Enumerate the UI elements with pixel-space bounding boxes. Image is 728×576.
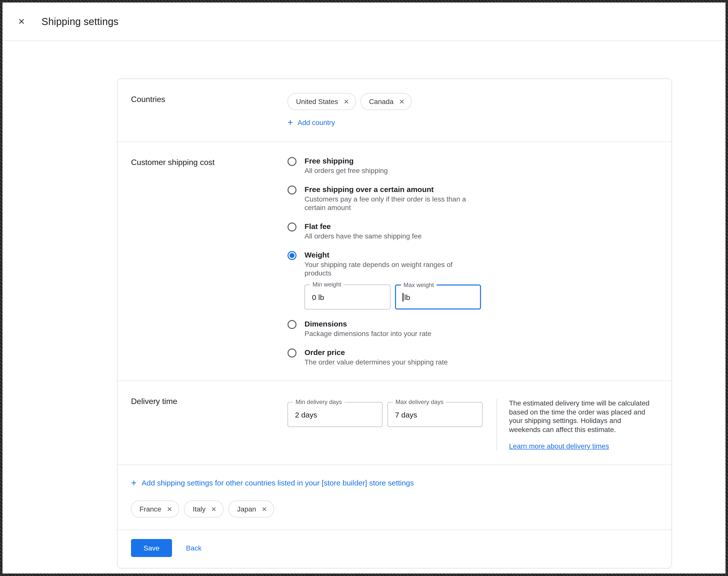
country-chip-italy: Italy ✕ xyxy=(184,500,224,518)
shipping-settings-dialog: ✕ Shipping settings Countries United Sta… xyxy=(2,2,726,574)
back-button[interactable]: Back xyxy=(186,544,202,552)
country-chip-canada: Canada ✕ xyxy=(360,93,411,110)
country-chip-row: United States ✕ Canada ✕ xyxy=(288,93,411,110)
option-text: Free shipping All orders get free shippi… xyxy=(304,156,388,175)
delivery-time-label: Delivery time xyxy=(131,395,288,451)
countries-content: United States ✕ Canada ✕ + Add country xyxy=(288,93,411,127)
max-delivery-days-input[interactable]: Max delivery days 7 days xyxy=(387,402,483,427)
remove-chip-icon[interactable]: ✕ xyxy=(344,98,349,105)
chip-label: France xyxy=(140,505,161,513)
page-title: Shipping settings xyxy=(41,16,118,27)
option-desc: All orders have the same shipping fee xyxy=(304,232,422,240)
radio-option-weight[interactable]: Weight Your shipping rate depends on wei… xyxy=(288,250,481,310)
add-other-countries-button[interactable]: + Add shipping settings for other countr… xyxy=(131,478,414,488)
option-text: Free shipping over a certain amount Cust… xyxy=(304,184,479,212)
option-title: Weight xyxy=(304,250,481,259)
min-weight-label: Min weight xyxy=(310,281,344,288)
option-desc: All orders get free shipping xyxy=(304,167,388,175)
vertical-divider xyxy=(496,399,497,451)
plus-icon: + xyxy=(288,117,293,127)
option-desc: Package dimensions factor into your rate xyxy=(304,329,431,338)
radio-icon[interactable] xyxy=(288,185,296,195)
min-delivery-days-value: 2 days xyxy=(295,410,317,419)
other-countries-section: + Add shipping settings for other countr… xyxy=(117,464,671,529)
screenshot-border: ✕ Shipping settings Countries United Sta… xyxy=(0,0,728,576)
option-desc: The order value determines your shipping… xyxy=(304,358,448,367)
plus-icon: + xyxy=(131,478,137,488)
remove-chip-icon[interactable]: ✕ xyxy=(167,506,172,512)
option-desc: Customers pay a fee only if their order … xyxy=(304,195,479,212)
screen: ✕ Shipping settings Countries United Sta… xyxy=(0,0,728,576)
close-icon: ✕ xyxy=(18,16,25,27)
chip-label: United States xyxy=(296,97,338,106)
text-caret xyxy=(403,293,403,301)
min-weight-value: 0 lb xyxy=(312,293,324,301)
delivery-content: Min delivery days 2 days Max delivery da… xyxy=(288,395,651,451)
delivery-info-text: The estimated delivery time will be calc… xyxy=(509,399,651,434)
max-delivery-days-value: 7 days xyxy=(395,410,417,419)
add-other-countries-label: Add shipping settings for other countrie… xyxy=(142,479,414,487)
save-button[interactable]: Save xyxy=(131,539,172,557)
radio-option-order-price[interactable]: Order price The order value determines y… xyxy=(288,347,481,367)
option-title: Order price xyxy=(304,347,448,357)
delivery-fields: Min delivery days 2 days Max delivery da… xyxy=(288,395,483,451)
option-title: Flat fee xyxy=(304,222,422,231)
shipping-cost-section: Customer shipping cost Free shipping All… xyxy=(117,142,671,380)
option-desc: Your shipping rate depends on weight ran… xyxy=(304,260,479,278)
chip-label: Japan xyxy=(237,505,256,513)
radio-icon-selected[interactable] xyxy=(288,251,296,260)
delivery-time-section: Delivery time Min delivery days 2 days M… xyxy=(117,380,671,464)
chip-label: Canada xyxy=(369,97,394,106)
option-text: Dimensions Package dimensions factor int… xyxy=(304,319,431,338)
radio-option-free-over-amount[interactable]: Free shipping over a certain amount Cust… xyxy=(288,184,481,212)
radio-icon[interactable] xyxy=(288,348,296,357)
remove-chip-icon[interactable]: ✕ xyxy=(399,98,405,105)
countries-section: Countries United States ✕ Canada ✕ xyxy=(117,79,671,142)
footer-actions: Save Back xyxy=(117,529,671,568)
header-bar: ✕ Shipping settings xyxy=(2,2,726,41)
shipping-cost-label: Customer shipping cost xyxy=(131,156,288,367)
radio-option-free-shipping[interactable]: Free shipping All orders get free shippi… xyxy=(288,156,481,175)
max-weight-value: lb xyxy=(404,293,410,301)
option-text: Weight Your shipping rate depends on wei… xyxy=(304,250,481,310)
country-chip-japan: Japan ✕ xyxy=(229,500,274,518)
countries-label: Countries xyxy=(131,93,288,127)
max-weight-input[interactable]: Max weight lb xyxy=(395,285,481,310)
radio-icon[interactable] xyxy=(288,320,296,329)
chip-label: Italy xyxy=(193,505,205,513)
remove-chip-icon[interactable]: ✕ xyxy=(262,506,267,512)
radio-icon[interactable] xyxy=(288,157,296,166)
settings-card: Countries United States ✕ Canada ✕ xyxy=(117,79,672,569)
radio-option-flat-fee[interactable]: Flat fee All orders have the same shippi… xyxy=(288,222,481,240)
max-delivery-days-label: Max delivery days xyxy=(393,399,446,406)
option-title: Dimensions xyxy=(304,319,431,328)
radio-option-dimensions[interactable]: Dimensions Package dimensions factor int… xyxy=(288,319,481,338)
radio-icon[interactable] xyxy=(288,223,296,231)
max-weight-label: Max weight xyxy=(401,282,436,289)
shipping-cost-options: Free shipping All orders get free shippi… xyxy=(288,156,481,367)
weight-fields: Min weight 0 lb Max weight lb xyxy=(304,285,481,310)
add-country-button[interactable]: + Add country xyxy=(288,117,335,127)
min-delivery-days-input[interactable]: Min delivery days 2 days xyxy=(288,402,382,427)
remove-chip-icon[interactable]: ✕ xyxy=(211,506,216,512)
add-country-label: Add country xyxy=(297,118,335,126)
country-chip-france: France ✕ xyxy=(131,500,179,518)
other-country-chip-row: France ✕ Italy ✕ Japan ✕ xyxy=(131,500,658,518)
min-delivery-days-label: Min delivery days xyxy=(293,399,344,406)
option-text: Order price The order value determines y… xyxy=(304,347,448,367)
delivery-times-link[interactable]: Learn more about delivery times xyxy=(509,442,609,450)
option-title: Free shipping xyxy=(304,156,388,166)
option-text: Flat fee All orders have the same shippi… xyxy=(304,222,422,240)
min-weight-input[interactable]: Min weight 0 lb xyxy=(304,285,390,310)
close-button[interactable]: ✕ xyxy=(16,16,28,28)
country-chip-united-states: United States ✕ xyxy=(288,93,356,110)
option-title: Free shipping over a certain amount xyxy=(304,184,479,194)
delivery-info: The estimated delivery time will be calc… xyxy=(509,395,651,451)
